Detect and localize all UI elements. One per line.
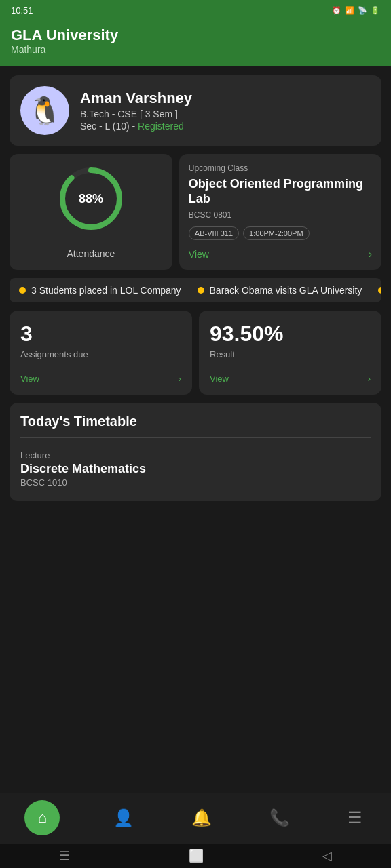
assignments-chevron-icon: › <box>179 374 181 384</box>
assignments-count: 3 <box>20 321 181 347</box>
result-view-link[interactable]: View › <box>210 368 371 384</box>
nav-phone[interactable]: 📞 <box>265 804 294 831</box>
university-name: GLA University <box>11 26 380 44</box>
menu-icon[interactable]: ☰ <box>343 804 367 831</box>
class-time-badge: 1:00PM-2:00PM <box>243 226 309 240</box>
profile-icon[interactable]: 👤 <box>109 804 138 831</box>
profile-info: Aman Varshney B.Tech - CSE [ 3 Sem ] Sec… <box>80 90 192 132</box>
attendance-label: Attendance <box>67 248 115 259</box>
ticker-text-1: 3 Students placed in LOL Company <box>31 285 181 296</box>
assignments-card: 3 Assignments due View › <box>10 311 192 395</box>
stats-row: 3 Assignments due View › 93.50% Result V… <box>10 311 381 395</box>
class-details-row: AB-VIII 311 1:00PM-2:00PM <box>189 226 372 240</box>
profile-card: 🐧 Aman Varshney B.Tech - CSE [ 3 Sem ] S… <box>10 75 381 146</box>
result-label: Result <box>210 349 371 359</box>
ticker-item-3: 3 Students placed in LOL Company <box>378 285 381 296</box>
status-time: 10:51 <box>11 5 33 16</box>
timetable-subject: Discrete Mathematics <box>20 462 371 476</box>
wifi-icon: 📶 <box>345 6 354 15</box>
upcoming-view-link[interactable]: View › <box>189 248 372 260</box>
android-menu-icon[interactable]: ☰ <box>59 848 70 863</box>
ticker-dot-2 <box>198 287 204 294</box>
status-icons: ⏰ 📶 📡 🔋 <box>332 6 380 15</box>
assignments-label: Assignments due <box>20 349 181 359</box>
app-header: GLA University Mathura <box>0 21 391 66</box>
student-section: Sec - L (10) - Registered <box>80 121 192 132</box>
student-course: B.Tech - CSE [ 3 Sem ] <box>80 108 192 119</box>
ticker-item-1: 3 Students placed in LOL Company <box>19 285 181 296</box>
timetable-code: BCSC 1010 <box>20 477 371 488</box>
bell-icon[interactable]: 🔔 <box>187 804 216 831</box>
upcoming-class-card: Upcoming Class Object Oriented Programmi… <box>179 154 381 270</box>
android-home-icon[interactable]: ⬜ <box>189 848 204 863</box>
class-name: Object Oriented Programming Lab <box>189 177 372 206</box>
timetable-divider <box>20 437 371 438</box>
attendance-card: 88% Attendance <box>10 154 172 270</box>
timetable-type: Lecture <box>20 450 371 460</box>
bottom-nav: ⌂ 👤 🔔 📞 ☰ <box>0 793 391 844</box>
ticker-inner: 3 Students placed in LOL Company Barack … <box>19 285 381 296</box>
attendance-class-row: 88% Attendance Upcoming Class Object Ori… <box>10 154 381 270</box>
result-chevron-icon: › <box>368 374 371 384</box>
timetable-section: Today's Timetable Lecture Discrete Mathe… <box>10 403 381 501</box>
timetable-item: Lecture Discrete Mathematics BCSC 1010 <box>20 448 371 490</box>
chevron-right-icon: › <box>369 248 372 260</box>
nav-menu[interactable]: ☰ <box>343 804 367 831</box>
news-ticker: 3 Students placed in LOL Company Barack … <box>10 278 381 302</box>
ticker-dot-3 <box>378 287 381 294</box>
ticker-dot-1 <box>19 287 26 294</box>
alarm-icon: ⏰ <box>332 6 341 15</box>
assignments-view-link[interactable]: View › <box>20 368 181 384</box>
result-percentage: 93.50% <box>210 321 371 347</box>
upcoming-label: Upcoming Class <box>189 163 372 173</box>
nav-spacer <box>10 509 381 591</box>
nav-home[interactable]: ⌂ <box>24 800 60 835</box>
android-nav-bar: ☰ ⬜ ◁ <box>0 844 391 868</box>
battery-icon: 🔋 <box>371 6 380 15</box>
android-back-icon[interactable]: ◁ <box>322 848 332 863</box>
main-content: 🐧 Aman Varshney B.Tech - CSE [ 3 Sem ] S… <box>0 66 391 591</box>
result-card: 93.50% Result View › <box>199 311 381 395</box>
nav-notifications[interactable]: 🔔 <box>187 804 216 831</box>
signal-icon: 📡 <box>358 6 367 15</box>
timetable-title: Today's Timetable <box>20 414 371 429</box>
home-icon[interactable]: ⌂ <box>24 800 60 835</box>
nav-profile[interactable]: 👤 <box>109 804 138 831</box>
avatar: 🐧 <box>20 86 69 135</box>
phone-icon[interactable]: 📞 <box>265 804 294 831</box>
attendance-percentage: 88% <box>79 192 103 206</box>
class-room-badge: AB-VIII 311 <box>189 226 239 240</box>
status-bar: 10:51 ⏰ 📶 📡 🔋 <box>0 0 391 21</box>
registration-status: Registered <box>138 121 184 132</box>
city-name: Mathura <box>11 44 380 55</box>
ticker-item-2: Barack Obama visits GLA University <box>198 285 362 296</box>
student-name: Aman Varshney <box>80 90 192 107</box>
attendance-circle: 88% <box>57 165 125 233</box>
avatar-image: 🐧 <box>28 95 62 127</box>
ticker-text-2: Barack Obama visits GLA University <box>210 285 362 296</box>
class-code: BCSC 0801 <box>189 210 372 220</box>
